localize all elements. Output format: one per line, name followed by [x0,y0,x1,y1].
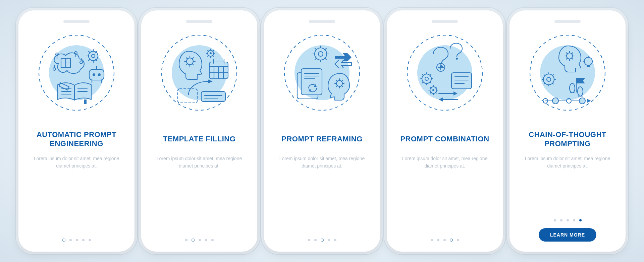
template-filling-icon [156,32,243,120]
screen-description: Lorem ipsum dolor sit amet, mea regione … [518,155,617,170]
auto-prompt-engineering-icon [33,32,120,120]
pagination-dot[interactable] [185,239,187,241]
pagination-dot[interactable] [554,219,556,221]
screen-title: AUTOMATIC PROMPT ENGINEERING [27,129,126,149]
pagination-dot[interactable] [328,239,330,241]
svg-rect-15 [84,100,87,104]
phone-mockup: TEMPLATE FILLING Lorem ipsum dolor sit a… [141,10,257,252]
pagination-dots [554,219,582,221]
pagination-dot[interactable] [192,239,195,242]
prompt-reframing-icon [278,32,366,120]
phone-mockup: PROMPT COMBINATION Lorem ipsum dolor sit… [387,10,503,252]
phone-mockup: CHAIN-OF-THOUGHT PROMPTING Lorem ipsum d… [509,10,626,252]
svg-point-48 [578,87,583,96]
svg-rect-40 [451,73,472,89]
screen-description: Lorem ipsum dolor sit amet, mea regione … [273,155,371,170]
pagination-dot[interactable] [308,239,310,241]
pagination-dot[interactable] [211,239,214,241]
screen-title: PROMPT COMBINATION [398,129,491,149]
pagination-dot[interactable] [82,239,85,241]
prompt-combination-icon [401,32,488,120]
pagination-dot[interactable] [443,239,446,241]
pagination-dot[interactable] [560,219,562,221]
phone-notch [63,20,90,23]
pagination-dot[interactable] [579,219,582,221]
svg-point-14 [98,73,101,76]
pagination-dot[interactable] [573,219,575,221]
svg-point-20 [210,52,212,54]
pagination-dot[interactable] [321,239,324,242]
svg-point-50 [552,98,558,104]
phone-notch [432,20,458,23]
phone-notch [186,20,212,23]
phone-notch [554,20,581,23]
phone-mockup: PROMPT REFRAMING Lorem ipsum dolor sit a… [264,10,380,252]
screen-description: Lorem ipsum dolor sit amet, mea regione … [27,155,126,170]
svg-point-52 [579,98,585,104]
pagination-dot[interactable] [450,239,453,242]
pagination-dot[interactable] [437,239,439,241]
pagination-dot[interactable] [69,239,72,241]
pagination-dots [308,239,336,242]
svg-rect-23 [201,91,225,102]
pagination-dot[interactable] [314,239,317,241]
svg-rect-12 [89,69,104,80]
screen-title: TEMPLATE FILLING [161,129,238,149]
learn-more-button[interactable]: LEARN MORE [539,228,596,242]
pagination-dots [185,239,214,242]
svg-point-13 [93,73,95,76]
chain-of-thought-icon [524,32,611,120]
pagination-dot[interactable] [431,239,433,241]
pagination-dot[interactable] [567,219,569,221]
screen-description: Lorem ipsum dolor sit amet, mea regione … [150,155,249,170]
pagination-dot[interactable] [199,239,201,241]
svg-point-47 [570,83,575,93]
pagination-dots [62,239,91,242]
phone-notch [309,20,335,23]
screen-description: Lorem ipsum dolor sit amet, mea regione … [395,155,494,170]
screen-title: CHAIN-OF-THOUGHT PROMPTING [518,129,617,149]
pagination-dot[interactable] [89,239,91,241]
onboarding-row: AUTOMATIC PROMPT ENGINEERING Lorem ipsum… [18,10,626,252]
svg-point-34 [456,58,458,60]
svg-rect-29 [301,69,322,95]
pagination-dot[interactable] [62,239,65,242]
pagination-dot[interactable] [457,239,459,241]
phone-mockup: AUTOMATIC PROMPT ENGINEERING Lorem ipsum… [18,10,135,252]
pagination-dot[interactable] [334,239,336,241]
pagination-dots [431,239,459,242]
svg-point-39 [432,89,434,91]
screen-title: PROMPT REFRAMING [279,129,364,149]
pagination-dot[interactable] [76,239,78,241]
pagination-dot[interactable] [205,239,207,241]
